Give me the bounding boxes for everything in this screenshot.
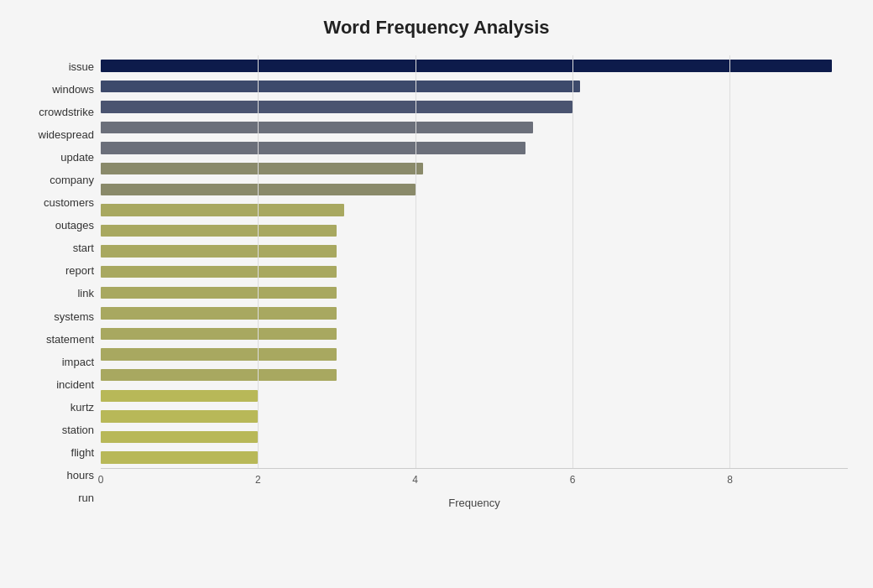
bar (101, 81, 580, 92)
y-label: start (73, 242, 94, 253)
bar (101, 307, 337, 319)
bar (101, 142, 525, 154)
bar (101, 390, 258, 402)
y-label: crowdstrike (39, 107, 94, 117)
y-label: kurtz (71, 402, 94, 413)
x-tick: 6 (570, 474, 576, 486)
y-label: widespread (39, 129, 95, 140)
bars-area (101, 55, 848, 468)
bar-row (101, 180, 848, 200)
chart-area: issuewindowscrowdstrikewidespreadupdatec… (25, 55, 848, 509)
bar-row (101, 76, 848, 97)
bar-row (101, 200, 848, 221)
y-label: windows (52, 84, 94, 95)
bar (101, 451, 258, 463)
y-label: run (78, 492, 94, 503)
x-tick: 0 (98, 474, 104, 486)
y-label: customers (44, 197, 94, 208)
y-label: outages (55, 220, 94, 231)
bar-row (101, 117, 848, 138)
y-label: impact (62, 356, 94, 367)
bar-row (101, 303, 848, 324)
bar (101, 163, 423, 174)
bars-and-xaxis: 02468 Frequency (101, 55, 848, 509)
bar-row (101, 386, 848, 407)
bar-rows (101, 55, 848, 468)
bar-row (101, 55, 848, 76)
bar-row (101, 406, 848, 427)
bar-row (101, 159, 848, 180)
grid-line (572, 55, 573, 468)
bar-row (101, 427, 848, 448)
bar-row (101, 138, 848, 159)
bar-row (101, 221, 848, 242)
bar-row (101, 365, 848, 386)
bar (101, 245, 337, 257)
bar (101, 287, 337, 299)
y-label: link (77, 288, 94, 299)
bar-row (101, 324, 848, 345)
chart-container: Word Frequency Analysis issuewindowscrow… (0, 0, 873, 588)
y-label: flight (71, 447, 94, 458)
y-label: incident (56, 379, 94, 390)
x-tick: 2 (255, 474, 261, 486)
bar (101, 328, 337, 340)
bar-row (101, 262, 848, 283)
bar (101, 266, 337, 278)
y-label: report (65, 265, 94, 276)
bar (101, 122, 533, 133)
grid-line (258, 55, 259, 468)
chart-title: Word Frequency Analysis (25, 17, 848, 39)
bar (101, 348, 337, 360)
bar-row (101, 344, 848, 365)
bar-row (101, 241, 848, 262)
grid-line (729, 55, 730, 468)
bar (101, 204, 344, 216)
bar (101, 225, 337, 237)
x-tick: 8 (727, 474, 733, 486)
y-label: company (50, 174, 94, 185)
bar (101, 410, 258, 422)
bar-row (101, 283, 848, 304)
bar (101, 369, 337, 381)
y-label: systems (54, 311, 94, 322)
bar-row (101, 96, 848, 117)
y-label: issue (69, 61, 94, 72)
bar (101, 431, 258, 443)
x-tick: 4 (412, 474, 418, 486)
y-label: statement (46, 334, 94, 345)
bar (101, 101, 572, 112)
grid-line (416, 55, 416, 468)
y-label: hours (66, 470, 94, 481)
bar (101, 60, 832, 71)
x-axis-label: Frequency (101, 497, 848, 509)
y-label: update (60, 152, 94, 163)
y-label: station (62, 424, 94, 435)
x-axis: 02468 (101, 468, 848, 493)
bar-row (101, 447, 848, 468)
y-axis: issuewindowscrowdstrikewidespreadupdatec… (25, 55, 101, 509)
